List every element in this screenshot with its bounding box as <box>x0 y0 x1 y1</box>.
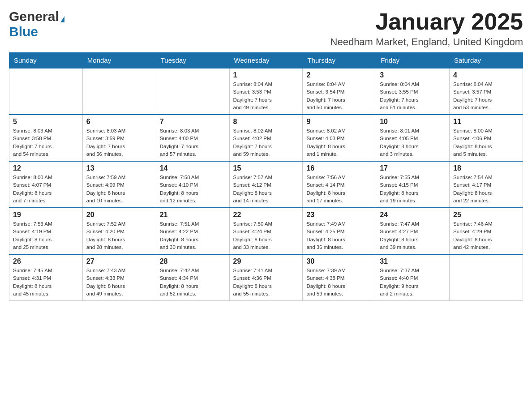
day-info: Sunrise: 8:02 AMSunset: 4:03 PMDaylight:… <box>306 127 372 158</box>
day-info: Sunrise: 7:49 AMSunset: 4:25 PMDaylight:… <box>306 220 372 251</box>
day-number: 6 <box>86 118 152 126</box>
day-info: Sunrise: 7:42 AMSunset: 4:34 PMDaylight:… <box>160 267 226 298</box>
weekday-header-row: SundayMondayTuesdayWednesdayThursdayFrid… <box>9 53 523 68</box>
day-number: 29 <box>233 257 299 265</box>
calendar-cell: 29Sunrise: 7:41 AMSunset: 4:36 PMDayligh… <box>229 254 303 301</box>
day-number: 31 <box>380 257 446 265</box>
calendar-cell: 2Sunrise: 8:04 AMSunset: 3:54 PMDaylight… <box>303 68 376 115</box>
day-number: 11 <box>453 118 519 126</box>
day-number: 7 <box>160 118 226 126</box>
day-number: 9 <box>306 118 372 126</box>
day-number: 1 <box>233 71 299 79</box>
day-number: 4 <box>453 71 519 79</box>
day-number: 21 <box>160 211 226 219</box>
calendar-cell: 31Sunrise: 7:37 AMSunset: 4:40 PMDayligh… <box>376 254 450 301</box>
logo-bottom: Blue <box>9 24 38 39</box>
day-info: Sunrise: 7:43 AMSunset: 4:33 PMDaylight:… <box>86 267 152 298</box>
day-info: Sunrise: 8:01 AMSunset: 4:05 PMDaylight:… <box>380 127 446 158</box>
calendar-cell: 23Sunrise: 7:49 AMSunset: 4:25 PMDayligh… <box>303 208 376 254</box>
day-number: 19 <box>13 211 79 219</box>
day-info: Sunrise: 7:57 AMSunset: 4:12 PMDaylight:… <box>233 174 299 205</box>
day-number: 30 <box>306 257 372 265</box>
calendar-cell: 21Sunrise: 7:51 AMSunset: 4:22 PMDayligh… <box>156 208 229 254</box>
day-info: Sunrise: 8:00 AMSunset: 4:06 PMDaylight:… <box>453 127 519 158</box>
day-number: 14 <box>160 164 226 172</box>
day-info: Sunrise: 7:52 AMSunset: 4:20 PMDaylight:… <box>86 220 152 251</box>
calendar-cell: 4Sunrise: 8:04 AMSunset: 3:57 PMDaylight… <box>450 68 523 115</box>
week-row-4: 19Sunrise: 7:53 AMSunset: 4:19 PMDayligh… <box>9 208 523 254</box>
day-info: Sunrise: 8:04 AMSunset: 3:57 PMDaylight:… <box>453 81 519 111</box>
logo: General Blue <box>9 9 64 39</box>
day-info: Sunrise: 7:59 AMSunset: 4:09 PMDaylight:… <box>86 174 152 205</box>
day-number: 20 <box>86 211 152 219</box>
calendar-cell: 7Sunrise: 8:03 AMSunset: 4:00 PMDaylight… <box>156 115 229 161</box>
calendar-cell: 22Sunrise: 7:50 AMSunset: 4:24 PMDayligh… <box>229 208 303 254</box>
calendar-cell: 5Sunrise: 8:03 AMSunset: 3:58 PMDaylight… <box>9 115 83 161</box>
day-info: Sunrise: 8:00 AMSunset: 4:07 PMDaylight:… <box>13 174 79 205</box>
day-number: 8 <box>233 118 299 126</box>
calendar-cell: 18Sunrise: 7:54 AMSunset: 4:17 PMDayligh… <box>450 161 523 208</box>
weekday-header-thursday: Thursday <box>303 53 376 68</box>
page-header: General Blue January 2025 Needham Market… <box>9 9 523 48</box>
day-number: 10 <box>380 118 446 126</box>
day-number: 2 <box>306 71 372 79</box>
location-title: Needham Market, England, United Kingdom <box>330 36 523 48</box>
day-info: Sunrise: 7:47 AMSunset: 4:27 PMDaylight:… <box>380 220 446 251</box>
calendar-cell: 12Sunrise: 8:00 AMSunset: 4:07 PMDayligh… <box>9 161 83 208</box>
week-row-3: 12Sunrise: 8:00 AMSunset: 4:07 PMDayligh… <box>9 161 523 208</box>
calendar-cell: 27Sunrise: 7:43 AMSunset: 4:33 PMDayligh… <box>82 254 156 301</box>
day-number: 24 <box>380 211 446 219</box>
week-row-2: 5Sunrise: 8:03 AMSunset: 3:58 PMDaylight… <box>9 115 523 161</box>
calendar-cell: 3Sunrise: 8:04 AMSunset: 3:55 PMDaylight… <box>376 68 450 115</box>
month-title: January 2025 <box>330 9 523 34</box>
calendar-cell: 1Sunrise: 8:04 AMSunset: 3:53 PMDaylight… <box>229 68 303 115</box>
week-row-5: 26Sunrise: 7:45 AMSunset: 4:31 PMDayligh… <box>9 254 523 301</box>
calendar-cell: 30Sunrise: 7:39 AMSunset: 4:38 PMDayligh… <box>303 254 376 301</box>
weekday-header-wednesday: Wednesday <box>229 53 303 68</box>
week-row-1: 1Sunrise: 8:04 AMSunset: 3:53 PMDaylight… <box>9 68 523 115</box>
day-info: Sunrise: 7:55 AMSunset: 4:15 PMDaylight:… <box>380 174 446 205</box>
calendar-cell: 14Sunrise: 7:58 AMSunset: 4:10 PMDayligh… <box>156 161 229 208</box>
day-info: Sunrise: 7:54 AMSunset: 4:17 PMDaylight:… <box>453 174 519 205</box>
weekday-header-saturday: Saturday <box>450 53 523 68</box>
calendar-cell: 8Sunrise: 8:02 AMSunset: 4:02 PMDaylight… <box>229 115 303 161</box>
title-area: January 2025 Needham Market, England, Un… <box>330 9 523 48</box>
day-info: Sunrise: 7:39 AMSunset: 4:38 PMDaylight:… <box>306 267 372 298</box>
day-info: Sunrise: 8:03 AMSunset: 3:58 PMDaylight:… <box>13 127 79 158</box>
calendar-cell: 24Sunrise: 7:47 AMSunset: 4:27 PMDayligh… <box>376 208 450 254</box>
day-number: 5 <box>13 118 79 126</box>
calendar-table: SundayMondayTuesdayWednesdayThursdayFrid… <box>9 52 523 301</box>
day-number: 17 <box>380 164 446 172</box>
day-info: Sunrise: 7:45 AMSunset: 4:31 PMDaylight:… <box>13 267 79 298</box>
day-info: Sunrise: 8:04 AMSunset: 3:55 PMDaylight:… <box>380 81 446 111</box>
calendar-cell: 26Sunrise: 7:45 AMSunset: 4:31 PMDayligh… <box>9 254 83 301</box>
logo-blue-text: Blue <box>9 24 38 39</box>
weekday-header-friday: Friday <box>376 53 450 68</box>
day-number: 16 <box>306 164 372 172</box>
calendar-cell: 6Sunrise: 8:03 AMSunset: 3:59 PMDaylight… <box>82 115 156 161</box>
logo-general-text: General <box>9 9 59 24</box>
logo-top: General <box>9 9 64 24</box>
weekday-header-sunday: Sunday <box>9 53 83 68</box>
logo-triangle-icon <box>60 16 64 22</box>
calendar-cell <box>450 254 523 301</box>
day-info: Sunrise: 8:04 AMSunset: 3:54 PMDaylight:… <box>306 81 372 111</box>
calendar-cell: 28Sunrise: 7:42 AMSunset: 4:34 PMDayligh… <box>156 254 229 301</box>
day-info: Sunrise: 7:37 AMSunset: 4:40 PMDaylight:… <box>380 267 446 298</box>
calendar-cell: 17Sunrise: 7:55 AMSunset: 4:15 PMDayligh… <box>376 161 450 208</box>
calendar-cell: 25Sunrise: 7:46 AMSunset: 4:29 PMDayligh… <box>450 208 523 254</box>
day-number: 3 <box>380 71 446 79</box>
calendar-cell <box>156 68 229 115</box>
calendar-cell: 16Sunrise: 7:56 AMSunset: 4:14 PMDayligh… <box>303 161 376 208</box>
calendar-cell: 10Sunrise: 8:01 AMSunset: 4:05 PMDayligh… <box>376 115 450 161</box>
day-info: Sunrise: 7:56 AMSunset: 4:14 PMDaylight:… <box>306 174 372 205</box>
day-number: 12 <box>13 164 79 172</box>
calendar-cell: 9Sunrise: 8:02 AMSunset: 4:03 PMDaylight… <box>303 115 376 161</box>
day-number: 27 <box>86 257 152 265</box>
calendar-cell: 13Sunrise: 7:59 AMSunset: 4:09 PMDayligh… <box>82 161 156 208</box>
day-info: Sunrise: 8:02 AMSunset: 4:02 PMDaylight:… <box>233 127 299 158</box>
day-number: 22 <box>233 211 299 219</box>
day-number: 28 <box>160 257 226 265</box>
day-number: 18 <box>453 164 519 172</box>
day-info: Sunrise: 7:53 AMSunset: 4:19 PMDaylight:… <box>13 220 79 251</box>
